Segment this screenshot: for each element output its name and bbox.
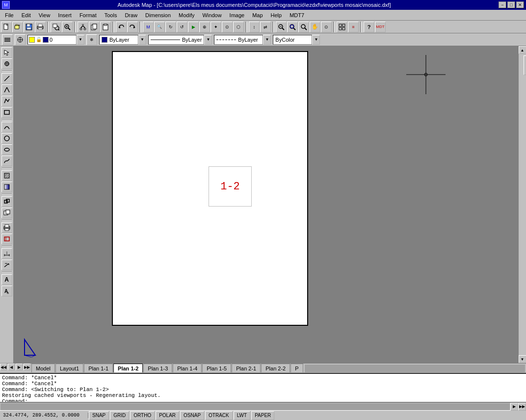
map-btn-1[interactable]: M <box>143 22 154 32</box>
tab-plan13[interactable]: Plan 1-3 <box>143 364 172 372</box>
osnap-button[interactable]: OSNAP <box>180 411 204 420</box>
grid-button-status[interactable]: GRID <box>110 411 129 420</box>
draw-rect[interactable] <box>1 107 12 118</box>
tab-plan12[interactable]: Plan 1-2 <box>113 364 143 372</box>
menu-draw[interactable]: Draw <box>121 10 141 20</box>
scroll-up-button[interactable]: ▲ <box>519 46 526 54</box>
cut-button[interactable] <box>78 22 88 32</box>
colorby-arrow[interactable]: ▼ <box>312 35 320 45</box>
hscroll-track[interactable] <box>305 365 525 372</box>
menu-file[interactable]: File <box>1 10 18 20</box>
map-btn-4[interactable]: ↺ <box>177 22 187 32</box>
ortho-button[interactable]: ORTHO <box>130 411 155 420</box>
tab-nav-last[interactable]: ▶▶ <box>24 364 30 370</box>
xref-tool[interactable] <box>1 208 12 218</box>
leader-tool[interactable] <box>1 260 12 270</box>
color-freeze-btn[interactable]: ❄ <box>86 34 97 45</box>
draw-arc[interactable] <box>1 122 12 132</box>
map-btn-2[interactable]: 🔍 <box>154 22 165 32</box>
zoom-in-button[interactable] <box>62 22 73 32</box>
mdt-button[interactable]: MDT <box>375 22 386 32</box>
pan-button[interactable]: ✋ <box>310 22 320 32</box>
menu-help[interactable]: Help <box>267 10 286 20</box>
tab-plan15[interactable]: Plan 1-5 <box>202 364 231 372</box>
print-preview-button[interactable] <box>51 22 61 32</box>
tab-plan22[interactable]: Plan 2-2 <box>261 364 290 372</box>
tab-more[interactable]: P <box>290 364 303 372</box>
draw-circle[interactable] <box>1 133 12 144</box>
paste-button[interactable] <box>100 22 111 32</box>
menu-tools[interactable]: Tools <box>101 10 121 20</box>
tab-model[interactable]: Model <box>31 364 55 372</box>
menu-map[interactable]: Map <box>248 10 266 20</box>
dimension-tool[interactable] <box>1 248 12 259</box>
snap-button[interactable]: SNAP <box>89 411 109 420</box>
otrack-button[interactable]: OTRACK <box>205 411 233 420</box>
gradient-tool[interactable] <box>1 182 12 192</box>
map-btn-7[interactable]: ✦ <box>210 22 221 32</box>
tab-layout1[interactable]: Layout1 <box>55 364 83 372</box>
scroll-down-button[interactable]: ▼ <box>519 355 526 363</box>
menu-view[interactable]: View <box>35 10 54 20</box>
cursor-tool[interactable] <box>1 47 12 58</box>
draw-construct[interactable] <box>1 84 12 95</box>
menu-window[interactable]: Window <box>198 10 225 20</box>
paper-button[interactable]: PAPER <box>251 411 274 420</box>
tab-nav-first[interactable]: ◀◀ <box>0 364 7 370</box>
color-dropdown-arrow[interactable]: ▼ <box>138 35 146 45</box>
menu-mdt7[interactable]: MDT7 <box>286 10 308 20</box>
zoom-extents[interactable] <box>287 22 298 32</box>
hatch-tool[interactable] <box>1 170 12 181</box>
scroll-thumb-v[interactable] <box>524 55 526 75</box>
layers-button[interactable] <box>2 34 13 45</box>
map-btn-8[interactable]: ⊙ <box>222 22 233 32</box>
close-button[interactable]: ✕ <box>516 1 524 8</box>
map-btn-3[interactable]: ↻ <box>165 22 176 32</box>
map-btn-6[interactable]: ⊕ <box>199 22 210 32</box>
right-scrollbar[interactable]: ▲ ▼ <box>518 46 526 363</box>
draw-line[interactable] <box>1 73 12 84</box>
command-area[interactable]: Command: *Cancel* Command: *Cancel* Comm… <box>0 373 526 402</box>
new-button[interactable] <box>1 22 12 32</box>
orbit-button[interactable]: ⊙ <box>321 22 332 32</box>
tab-plan14[interactable]: Plan 1-4 <box>173 364 202 372</box>
tab-plan21[interactable]: Plan 2-1 <box>232 364 261 372</box>
open-button[interactable] <box>12 22 23 32</box>
restore-button[interactable]: □ <box>507 1 515 8</box>
map-btn-9[interactable]: ⬡ <box>233 22 244 32</box>
cmd-scroll-right[interactable]: ▶ <box>510 403 518 411</box>
cmd-hscroll-track[interactable] <box>0 403 510 410</box>
menu-dimension[interactable]: Dimension <box>141 10 175 20</box>
cmd-scroll-end[interactable]: ▶▶ <box>518 403 526 411</box>
text-tool[interactable]: A <box>1 274 12 285</box>
linetype1-arrow[interactable]: ▼ <box>204 35 212 45</box>
layer-state-button[interactable] <box>15 34 26 45</box>
grid-button[interactable] <box>337 22 347 32</box>
zoom-window[interactable] <box>276 22 287 32</box>
minimize-button[interactable]: − <box>499 1 506 8</box>
mtext-tool[interactable]: Aa <box>1 286 12 296</box>
menu-image[interactable]: Image <box>226 10 249 20</box>
tool-a[interactable]: ↕ <box>249 22 260 32</box>
copy-button[interactable] <box>89 22 100 32</box>
print-tool[interactable] <box>1 222 12 233</box>
redo-button[interactable] <box>127 22 138 32</box>
block-tool[interactable] <box>1 196 12 207</box>
help-button[interactable]: ? <box>364 22 374 32</box>
menu-insert[interactable]: Insert <box>54 10 76 20</box>
menu-format[interactable]: Format <box>76 10 101 20</box>
tool-b[interactable]: ⇌ <box>260 22 271 32</box>
tab-nav-next[interactable]: ▶ <box>16 364 23 370</box>
save-button[interactable] <box>24 22 34 32</box>
undo-button[interactable] <box>116 22 127 32</box>
print-button[interactable] <box>35 22 46 32</box>
linetype2-arrow[interactable]: ▼ <box>263 35 271 45</box>
zoom-all[interactable] <box>298 22 309 32</box>
snap-to-obj[interactable] <box>1 58 12 69</box>
draw-spline[interactable] <box>1 156 12 166</box>
properties-button[interactable]: ≡ <box>348 22 359 32</box>
tab-nav-prev[interactable]: ◀ <box>8 364 15 370</box>
menu-modify[interactable]: Modify <box>175 10 198 20</box>
polar-button[interactable]: POLAR <box>156 411 179 420</box>
menu-edit[interactable]: Edit <box>18 10 35 20</box>
